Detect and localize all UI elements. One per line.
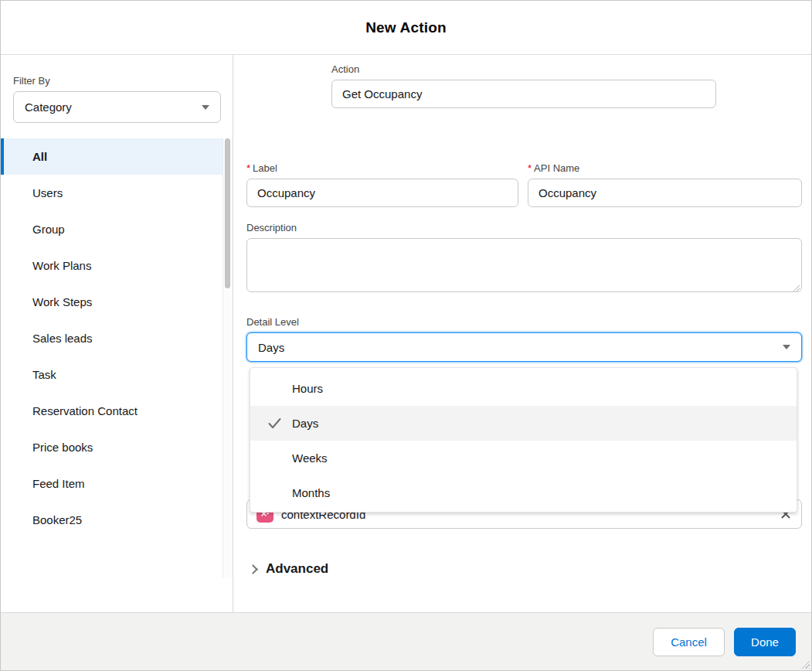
sidebar-scrollbar-thumb[interactable] <box>225 138 230 288</box>
label-field-group: *Label <box>246 162 518 207</box>
api-name-field-group: *API Name <box>528 162 802 207</box>
detail-level-dropdown: Hours Days Weeks Months <box>250 367 797 513</box>
sidebar: Filter By Category All Users Group Work … <box>1 55 233 612</box>
modal-title: New Action <box>365 19 447 36</box>
option-weeks[interactable]: Weeks <box>250 441 797 475</box>
done-button[interactable]: Done <box>734 628 796 656</box>
action-field-group: Action <box>331 63 716 108</box>
sidebar-item-users[interactable]: Users <box>1 175 223 211</box>
chevron-right-icon <box>248 564 258 574</box>
check-icon <box>267 416 282 433</box>
sidebar-item-work-plans[interactable]: Work Plans <box>1 247 223 284</box>
sidebar-item-price-books[interactable]: Price books <box>1 429 223 465</box>
label-input[interactable] <box>246 179 518 207</box>
chevron-down-icon <box>783 345 790 349</box>
sidebar-item-sales-leads[interactable]: Sales leads <box>1 320 223 356</box>
option-days[interactable]: Days <box>250 406 797 441</box>
api-name-label: *API Name <box>528 162 802 174</box>
filter-by-label: Filter By <box>13 75 50 87</box>
new-action-modal: New Action Filter By Category All Users … <box>0 0 812 671</box>
detail-level-label: Detail Level <box>246 316 802 328</box>
api-name-input[interactable] <box>528 179 802 207</box>
detail-level-combobox[interactable]: Days <box>246 332 802 362</box>
modal-footer: Cancel Done <box>1 612 811 670</box>
category-list: All Users Group Work Plans Work Steps Sa… <box>1 138 223 538</box>
detail-level-value: Days <box>258 341 783 354</box>
required-asterisk: * <box>246 162 250 174</box>
category-select-value: Category <box>25 100 202 114</box>
description-label: Description <box>246 222 802 233</box>
sidebar-item-work-steps[interactable]: Work Steps <box>1 284 223 320</box>
action-input[interactable] <box>331 80 716 108</box>
action-label: Action <box>331 63 716 75</box>
category-select[interactable]: Category <box>13 91 221 123</box>
advanced-label: Advanced <box>266 561 328 577</box>
option-hours[interactable]: Hours <box>250 371 797 406</box>
main-panel: Action *Label *API Name Description Deta… <box>234 55 811 612</box>
sidebar-item-all[interactable]: All <box>1 138 223 175</box>
detail-level-field-group: Detail Level Days <box>246 316 802 362</box>
resize-grip-icon <box>800 659 810 669</box>
sidebar-item-booker25[interactable]: Booker25 <box>1 502 223 538</box>
cancel-button[interactable]: Cancel <box>653 628 725 656</box>
label-label: *Label <box>246 162 518 174</box>
advanced-toggle[interactable]: Advanced <box>246 561 328 577</box>
required-asterisk: * <box>528 162 532 174</box>
sidebar-item-feed-item[interactable]: Feed Item <box>1 465 223 502</box>
modal-header: New Action <box>1 1 811 55</box>
description-field-group: Description <box>246 222 802 295</box>
sidebar-item-group[interactable]: Group <box>1 211 223 247</box>
chevron-down-icon <box>202 105 209 110</box>
sidebar-item-reservation-contact[interactable]: Reservation Contact <box>1 393 223 429</box>
sidebar-item-task[interactable]: Task <box>1 356 223 393</box>
description-textarea[interactable] <box>246 238 802 292</box>
sidebar-scrollbar-track <box>223 138 233 578</box>
option-months[interactable]: Months <box>250 475 797 510</box>
